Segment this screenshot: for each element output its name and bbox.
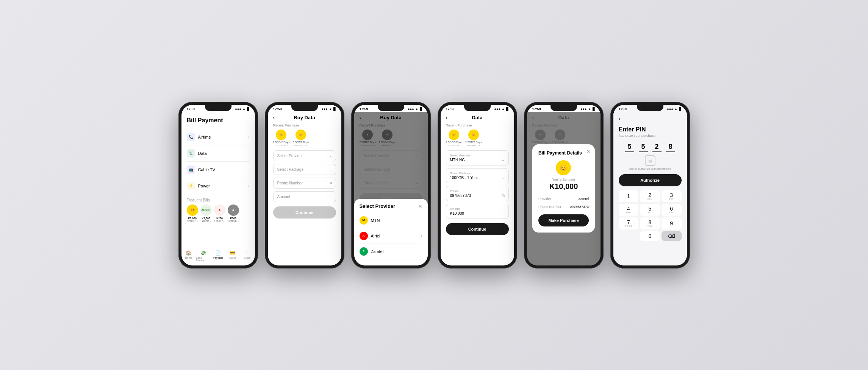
screen-6: 17:59 ●●● ▲ ▊ ‹ Enter PIN Authorize your… (613, 105, 687, 265)
select-provider-sheet: ✕ Select Provider M MTN › A Airtel (354, 199, 428, 265)
modal-close-button[interactable]: ✕ (586, 149, 590, 154)
select-package-field-2[interactable]: Select Package ⌄ (273, 164, 336, 175)
recent-item-4-0[interactable]: 😊 2.5GB/3 Days 0975687373 (446, 130, 463, 147)
sheet-close-button[interactable]: ✕ (418, 203, 422, 209)
provider-chevron-2: ⌄ (329, 154, 332, 158)
recent-phone-4-1: 0975687373 (467, 144, 480, 147)
wifi-icon-2: ▲ (329, 107, 332, 111)
time-5: 17:59 (532, 107, 541, 111)
screen-content-3: ‹ Buy Data Recent Purchase ● 2.5GB/3 Day… (354, 112, 428, 265)
screen-3: 17:59 ●●● ▲ ▊ ‹ Buy Data Recent Purchase (354, 105, 428, 265)
provider-zamtel[interactable]: Z Zamtel › (360, 244, 422, 259)
battery-icon-4: ▊ (506, 107, 509, 111)
amount-value-4: K10,000 (450, 211, 464, 215)
package-chevron-4: ⌄ (502, 176, 505, 180)
key-6[interactable]: 6 MNO (662, 204, 682, 216)
detail-phone: Phone Number 0975687373 (538, 203, 589, 211)
phone-4: 17:59 ●●● ▲ ▊ ‹ Data Recent Purchase (438, 102, 517, 269)
detail-provider-value: Zamtel (578, 197, 589, 201)
provider-filled-field-4[interactable]: Select Provider MTN NG ⌄ (446, 150, 509, 165)
pin-entry-screen: ‹ Enter PIN Authorize your purchase 5 5 … (613, 112, 687, 245)
screen-5: 17:59 ●●● ▲ ▊ ‹ Data Recent Purchase (527, 105, 601, 265)
select-provider-field-2[interactable]: Select Provider ⌄ (273, 150, 336, 161)
key-0[interactable]: 0 (640, 231, 660, 241)
key-2[interactable]: 2 ABC (640, 190, 660, 202)
menu-item-power[interactable]: ⚡ Power › (187, 178, 250, 194)
key-3[interactable]: 3 DEF (662, 190, 682, 202)
bill-item-3[interactable]: ● K500 +26098... (228, 205, 239, 222)
package-filled-field-4[interactable]: Select Package 1000GB - 1 Year ⌄ (446, 168, 509, 183)
make-purchase-button[interactable]: Make Purchase (538, 214, 589, 226)
signal-icon-2: ●●● (321, 107, 327, 111)
nav-home[interactable]: 🏠 Home (181, 250, 196, 262)
notch-5 (551, 105, 577, 111)
menu-item-data[interactable]: 📡 Data › (187, 145, 250, 162)
key-delete[interactable]: ⌫ (662, 231, 682, 241)
recent-item-4-1[interactable]: 😊 2.5GB/2 Days 0975687373 (465, 130, 482, 147)
sending-label: You're Sending (538, 178, 589, 181)
cards-nav-label: Cards (229, 256, 236, 259)
sheet-title: Select Provider (360, 203, 422, 209)
phone-copy-icon-4: ⧉ (502, 194, 505, 198)
notch-1 (205, 105, 231, 111)
cards-nav-icon: 💳 (230, 250, 236, 256)
bill-avatar-0: 😊 (187, 205, 198, 216)
bottom-nav-1: 🏠 Home 💸 Send Money 📄 Pay Bills 💳 Cards … (181, 248, 255, 265)
menu-item-airtime[interactable]: 📞 Airtime › (187, 129, 250, 145)
bill-item-0[interactable]: 😊 K3,000 +26097... (187, 205, 198, 222)
recent-label-2-1: 2.5GB/2 Days (292, 141, 309, 144)
battery-icon-1: ▊ (247, 107, 250, 111)
screen-2: 17:59 ●●● ▲ ▊ ‹ Buy Data Recent Purchase (268, 105, 341, 265)
data-icon: 📡 (187, 149, 195, 158)
provider-airtel[interactable]: A Airtel › (360, 228, 422, 244)
key-1[interactable]: 1 (619, 190, 639, 202)
back-button-4[interactable]: ‹ (446, 114, 448, 120)
phone-6: 17:59 ●●● ▲ ▊ ‹ Enter PIN Authorize your… (610, 102, 690, 269)
bill-item-2[interactable]: A K200 +26097... (214, 205, 225, 222)
phone-number-field-2[interactable]: Phone Number ⧉ (273, 178, 336, 189)
amount-placeholder-2: Amount (277, 195, 290, 199)
airtel-chevron: › (421, 234, 422, 238)
recent-label-4-0: 2.5GB/3 Days (446, 141, 463, 144)
pin-subtitle: Authorize your purchase (619, 134, 682, 137)
select-package-placeholder-2: Select Package (277, 167, 304, 172)
phones-container: 17:59 ●●● ▲ ▊ Bill Payment 📞 Airtime › (178, 102, 690, 269)
recent-item-2-0[interactable]: 😊 2.5GB/2 Days 0975687373 (273, 130, 290, 147)
key-4[interactable]: 4 GHI (619, 204, 639, 216)
continue-button-4[interactable]: Continue (446, 223, 509, 235)
airtel-label: Airtel (371, 234, 380, 238)
data-label: Data (198, 151, 207, 156)
key-5[interactable]: 5 JKL (640, 204, 660, 216)
detail-phone-label: Phone Number (538, 205, 561, 209)
recent-item-2-1[interactable]: 😊 2.5GB/2 Days 0975687373 (292, 130, 309, 147)
biometric-button[interactable]: ⌸ Tap to authorize with biometrics (619, 155, 682, 170)
nav-paybills[interactable]: 📄 Pay Bills (211, 250, 225, 262)
amount-field-2[interactable]: Amount (273, 191, 336, 202)
bill-item-1[interactable]: ZESCO K2,000 +26096... (200, 205, 212, 222)
nav-cards[interactable]: 💳 Cards (225, 250, 240, 262)
nav-more[interactable]: ⋯ More (240, 250, 255, 262)
signal-icon-3: ●●● (408, 107, 414, 111)
amount-field-label-4: Amount (450, 207, 461, 211)
phone-filled-field-4[interactable]: Phone 0975687373 ⧉ (446, 186, 509, 201)
amount-filled-field-4[interactable]: Amount K10,000 (446, 204, 509, 219)
back-button-2[interactable]: ‹ (273, 114, 275, 120)
bill-phone-0: +26097... (187, 220, 198, 222)
bill-avatar-1: ZESCO (200, 205, 212, 216)
key-7[interactable]: 7 PQRS (619, 217, 639, 229)
notch-2 (291, 105, 318, 111)
home-nav-icon: 🏠 (186, 250, 191, 256)
battery-icon-3: ▊ (420, 107, 422, 111)
modal-title: Bill Payment Details (538, 150, 589, 156)
key-9[interactable]: 9 (662, 217, 682, 229)
menu-item-cable[interactable]: 📺 Cable TV › (187, 162, 250, 178)
authorize-button[interactable]: Authorize (619, 174, 682, 186)
continue-button-2[interactable]: Continue (273, 206, 336, 219)
data-chevron: › (249, 151, 250, 155)
nav-send[interactable]: 💸 Send Money (196, 250, 211, 262)
home-nav-label: Home (185, 256, 192, 259)
key-8[interactable]: 8 TUV (640, 217, 660, 229)
pin-back-button[interactable]: ‹ (619, 116, 621, 122)
zamtel-label: Zamtel (371, 249, 384, 254)
provider-mtn[interactable]: M MTN › (360, 213, 422, 228)
